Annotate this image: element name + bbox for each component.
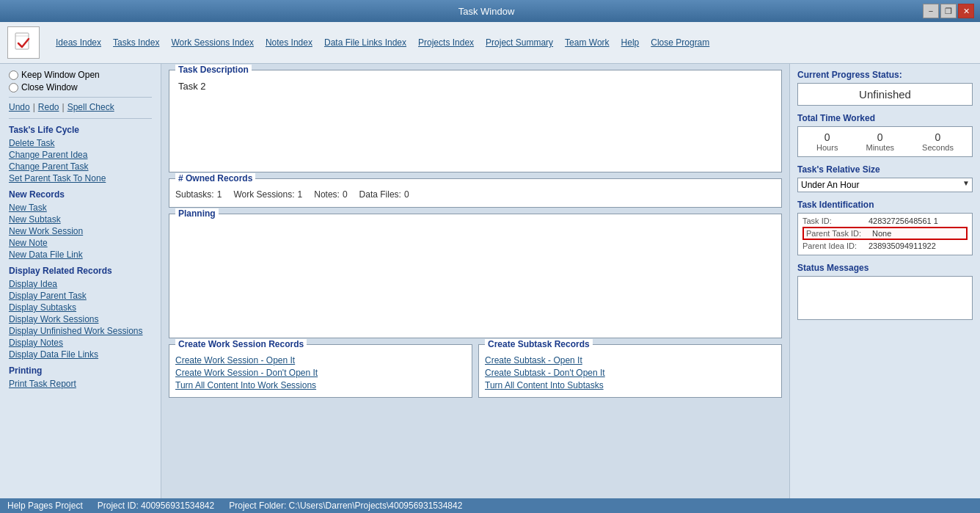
size-select-wrapper[interactable]: Under An Hour A Few Hours A Day A Few Da… <box>797 178 973 192</box>
task-description-title: Task Description <box>175 65 252 75</box>
display-data-file-links-link[interactable]: Display Data File Links <box>9 349 152 360</box>
project-id: Project ID: 400956931534842 <box>98 501 214 511</box>
total-time-title: Total Time Worked <box>797 113 973 123</box>
menu-projects-index[interactable]: Projects Index <box>412 36 480 49</box>
task-description-panel: Task Description Task 2 <box>169 70 782 172</box>
title-bar: Task Window − ❐ ✕ <box>0 0 980 22</box>
status-messages-section: Status Messages <box>797 263 973 320</box>
new-records-section-title: New Records <box>9 189 152 200</box>
parent-task-id-value: None <box>872 229 891 238</box>
change-parent-idea-link[interactable]: Change Parent Idea <box>9 150 152 160</box>
parent-idea-id-row: Parent Idea ID: 238935094911922 <box>802 241 968 250</box>
display-idea-link[interactable]: Display Idea <box>9 279 152 289</box>
print-task-report-link[interactable]: Print Task Report <box>9 379 152 389</box>
menu-work-sessions-index[interactable]: Work Sessions Index <box>165 36 260 49</box>
notes-count: Notes: 0 <box>314 189 347 200</box>
create-subtask-open-link[interactable]: Create Subtask - Open It <box>485 355 775 365</box>
minutes-label: Minutes <box>866 143 894 152</box>
window-controls: − ❐ ✕ <box>923 4 974 18</box>
right-panel: Current Progress Status: Unfinished Tota… <box>789 64 980 498</box>
display-work-sessions-link[interactable]: Display Work Sessions <box>9 314 152 324</box>
menu-team-work[interactable]: Team Work <box>559 36 615 49</box>
display-unfinished-work-sessions-link[interactable]: Display Unfinished Work Sessions <box>9 326 152 336</box>
change-parent-task-link[interactable]: Change Parent Task <box>9 161 152 172</box>
time-section: Total Time Worked 0 Hours 0 Minutes 0 Se… <box>797 113 973 157</box>
parent-task-id-label: Parent Task ID: <box>806 229 872 238</box>
close-button[interactable]: ✕ <box>958 4 974 18</box>
display-related-section-title: Display Related Records <box>9 266 152 276</box>
subtask-records-title: Create Subtask Records <box>485 339 593 349</box>
menu-notes-index[interactable]: Notes Index <box>260 36 318 49</box>
subtask-records-panel: Create Subtask Records Create Subtask - … <box>478 344 782 398</box>
redo-link[interactable]: Redo <box>38 102 59 112</box>
relative-size-select[interactable]: Under An Hour A Few Hours A Day A Few Da… <box>797 178 973 192</box>
parent-idea-id-value: 238935094911922 <box>869 241 936 250</box>
planning-panel: Planning <box>169 214 782 338</box>
menu-project-summary[interactable]: Project Summary <box>480 36 559 49</box>
new-work-session-link[interactable]: New Work Session <box>9 226 152 236</box>
app-logo <box>7 26 40 59</box>
progress-section: Current Progress Status: Unfinished <box>797 70 973 106</box>
status-messages-box <box>797 276 973 320</box>
id-box: Task ID: 42832725648561 1 Parent Task ID… <box>797 213 973 255</box>
turn-content-subtasks-link[interactable]: Turn All Content Into Subtasks <box>485 380 775 390</box>
work-session-records-title: Create Work Session Records <box>175 339 307 349</box>
display-notes-link[interactable]: Display Notes <box>9 338 152 348</box>
size-box: Under An Hour A Few Hours A Day A Few Da… <box>797 178 973 192</box>
hours-label: Hours <box>816 143 838 152</box>
progress-status-box: Unfinished <box>797 83 973 106</box>
seconds-label: Seconds <box>922 143 954 152</box>
planning-title: Planning <box>175 208 219 219</box>
data-files-count: Data Files: 0 <box>359 189 409 200</box>
display-subtasks-link[interactable]: Display Subtasks <box>9 302 152 313</box>
menu-close-program[interactable]: Close Program <box>645 36 715 49</box>
new-data-file-link-link[interactable]: New Data File Link <box>9 250 152 260</box>
radio-close-window[interactable]: Close Window <box>9 82 152 92</box>
printing-section-title: Printing <box>9 365 152 376</box>
seconds-item: 0 Seconds <box>922 131 954 152</box>
display-parent-task-link[interactable]: Display Parent Task <box>9 291 152 301</box>
restore-button[interactable]: ❐ <box>940 4 957 18</box>
menu-ideas-index[interactable]: Ideas Index <box>50 36 107 49</box>
spell-check-link[interactable]: Spell Check <box>67 102 114 112</box>
time-box: 0 Hours 0 Minutes 0 Seconds <box>797 126 973 157</box>
task-id-value: 42832725648561 1 <box>869 217 938 225</box>
owned-records-panel: # Owned Records Subtasks: 1 Work Session… <box>169 178 782 208</box>
edit-actions: Undo | Redo | Spell Check <box>9 102 152 112</box>
create-subtask-dont-open-link[interactable]: Create Subtask - Don't Open It <box>485 368 775 378</box>
relative-size-section: Task's Relative Size Under An Hour A Few… <box>797 164 973 192</box>
radio-keep-open[interactable]: Keep Window Open <box>9 70 152 80</box>
turn-content-work-sessions-link[interactable]: Turn All Content Into Work Sessions <box>175 380 466 390</box>
work-sessions-count: Work Sessions: 1 <box>233 189 302 200</box>
new-subtask-link[interactable]: New Subtask <box>9 214 152 225</box>
work-session-records-panel: Create Work Session Records Create Work … <box>169 344 472 398</box>
create-work-session-dont-open-link[interactable]: Create Work Session - Don't Open It <box>175 368 466 378</box>
subtasks-count: Subtasks: 1 <box>175 189 222 200</box>
task-identification-section: Task Identification Task ID: 42832725648… <box>797 200 973 255</box>
relative-size-title: Task's Relative Size <box>797 164 973 175</box>
menu-tasks-index[interactable]: Tasks Index <box>107 36 165 49</box>
undo-link[interactable]: Undo <box>9 102 30 112</box>
create-work-session-open-link[interactable]: Create Work Session - Open It <box>175 355 466 365</box>
owned-records-title: # Owned Records <box>175 173 255 183</box>
project-name: Help Pages Project <box>7 501 83 511</box>
menu-data-file-links-index[interactable]: Data File Links Index <box>318 36 412 49</box>
bottom-panels: Create Work Session Records Create Work … <box>169 344 782 398</box>
progress-status-title: Current Progress Status: <box>797 70 973 80</box>
seconds-value: 0 <box>935 131 941 143</box>
minimize-button[interactable]: − <box>923 4 939 18</box>
new-task-link[interactable]: New Task <box>9 203 152 213</box>
delete-task-link[interactable]: Delete Task <box>9 138 152 148</box>
lifecycle-section-title: Task's Life Cycle <box>9 125 152 135</box>
hours-item: 0 Hours <box>816 131 838 152</box>
status-bar: Help Pages Project Project ID: 400956931… <box>0 498 980 513</box>
progress-status-value: Unfinished <box>859 88 911 101</box>
set-parent-task-none-link[interactable]: Set Parent Task To None <box>9 173 152 183</box>
minutes-value: 0 <box>877 131 883 143</box>
menu-help[interactable]: Help <box>615 36 646 49</box>
minutes-item: 0 Minutes <box>866 131 894 152</box>
main-content: Task Description Task 2 # Owned Records … <box>161 64 789 498</box>
new-note-link[interactable]: New Note <box>9 238 152 248</box>
task-description-text: Task 2 <box>175 78 775 95</box>
sidebar: Keep Window Open Close Window Undo | Red… <box>0 64 161 498</box>
